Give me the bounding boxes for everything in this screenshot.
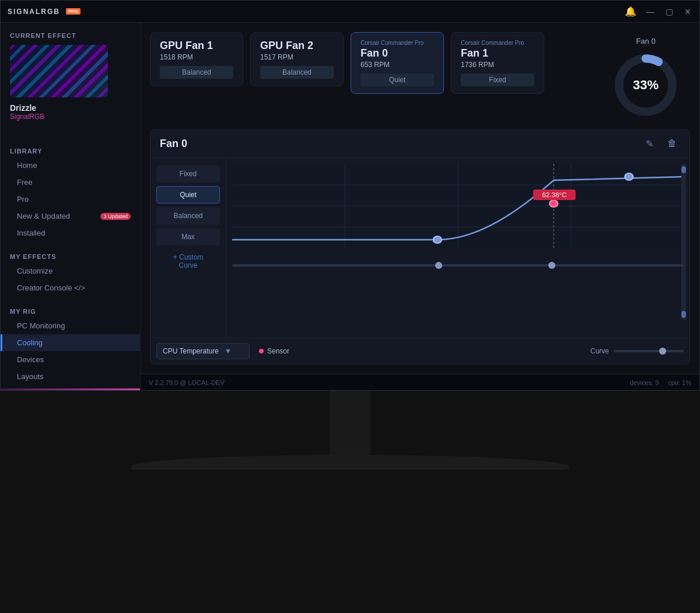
fan-card-fan-0-mode: Quiet [360,73,434,86]
fan-card-fan-0[interactable]: Corsair Commander Pro Fan 0 653 RPM Quie… [351,32,444,94]
sidebar-item-installed-label: Installed [17,229,45,237]
svg-text:62.38°C: 62.38°C [542,192,567,198]
fan-card-gpu-fan-1-mode: Balanced [160,66,233,79]
fan-card-gpu-fan-2-mode: Balanced [260,66,334,79]
donut-center-percent: 33% [611,50,681,120]
fan-detail-delete-button[interactable]: 🗑 [664,137,680,150]
notification-icon[interactable]: 🔔 [625,6,636,17]
fan-card-gpu-fan-1-name: GPU Fan 1 [160,40,233,52]
sidebar-item-installed[interactable]: Installed [1,225,140,241]
app-logo: SIGNALRGB PRO [8,8,80,16]
sensor-dropdown-value: CPU Temperature [163,347,219,355]
sensor-dropdown[interactable]: CPU Temperature ▼ [156,343,250,359]
sidebar-library-section: Library Home Free Pro New & Updated 3 Up… [1,139,140,245]
maximize-button[interactable]: ▢ [664,7,674,16]
sidebar-item-home[interactable]: Home [1,157,140,174]
svg-point-10 [433,236,442,243]
preset-custom-curve-button[interactable]: + Custom Curve [156,249,220,274]
current-effect-label: Current Effect [10,32,131,39]
status-devices: devices: 9 [630,379,659,386]
monitor-base [131,455,569,470]
fan-card-fan-0-rpm: 653 RPM [360,61,434,69]
sidebar-item-devices[interactable]: Devices [1,351,140,368]
sidebar-item-creator-console-label: Creator Console </> [17,283,85,292]
sidebar-item-layouts-label: Layouts [17,372,44,381]
fan-card-gpu-fan-1[interactable]: GPU Fan 1 1518 RPM Balanced [150,32,243,86]
preset-max-button[interactable]: Max [156,228,220,246]
sidebar-item-free[interactable]: Free [1,174,140,191]
svg-point-12 [625,173,633,180]
sidebar: Current Effect Drizzle SignalRGB Library… [1,23,141,390]
effect-thumbnail[interactable] [10,45,108,97]
fan-detail-edit-button[interactable]: ✎ [642,137,657,150]
fan-card-gpu-fan-2[interactable]: GPU Fan 2 1517 RPM Balanced [250,32,344,86]
right-panel: GPU Fan 1 1518 RPM Balanced GPU Fan 2 15… [141,23,699,390]
app-pro-badge: PRO [66,8,80,15]
sidebar-item-pc-monitoring[interactable]: PC Monitoring [1,317,140,334]
fan-card-fan-1-rpm: 1736 RPM [461,61,534,69]
fan-donut-label: Fan 0 [636,37,655,45]
sidebar-item-pro[interactable]: Pro [1,191,140,208]
minimize-button[interactable]: — [646,7,655,16]
sidebar-item-free-label: Free [17,178,33,187]
sidebar-item-pro-label: Pro [17,195,29,204]
sidebar-item-customize[interactable]: Customize [1,262,140,279]
fan-card-gpu-fan-2-name: GPU Fan 2 [260,40,334,52]
dropdown-arrow-icon: ▼ [225,347,232,355]
preset-quiet-button[interactable]: Quiet [156,186,220,204]
curve-slider-thumb[interactable] [659,348,666,355]
current-effect-section: Current Effect Drizzle SignalRGB [1,23,140,130]
sidebar-item-layouts[interactable]: Layouts [1,368,140,385]
fan-detail-title: Fan 0 [160,138,187,150]
chart-area: 62.38°C [226,158,690,338]
range-slider-thumb-right[interactable] [548,262,555,269]
monitor-stand-area [0,391,700,613]
new-updated-badge: 3 Updated [100,213,131,220]
sensor-text: Sensor [267,347,289,355]
sensor-dot [259,349,264,353]
fan-cards-area: GPU Fan 1 1518 RPM Balanced GPU Fan 2 15… [141,23,699,129]
chart-range-slider-area [232,262,684,269]
effect-thumbnail-stripes [10,45,108,97]
chart-scrollbar-thumb-top[interactable] [681,166,686,173]
sidebar-item-pc-monitoring-label: PC Monitoring [17,321,65,330]
fan-card-fan-1[interactable]: Corsair Commander Pro Fan 1 1736 RPM Fix… [451,32,544,94]
effect-name: Drizzle [10,103,131,113]
sidebar-item-creator-console[interactable]: Creator Console </> [1,279,140,296]
fan-card-fan-1-mode: Fixed [461,73,534,86]
sidebar-item-new-updated-label: New & Updated [17,212,70,220]
curve-label-area: Curve [590,347,684,355]
status-version: V 2.2.79.0 @ LOCAL-DEV [149,379,225,386]
status-bar: V 2.2.79.0 @ LOCAL-DEV devices: 9 cpu: 1… [141,374,699,390]
sidebar-item-new-updated[interactable]: New & Updated 3 Updated [1,208,140,225]
close-button[interactable]: ✕ [683,7,692,16]
sidebar-item-customize-label: Customize [17,267,52,275]
fan-card-fan-1-name: Fan 1 [461,47,534,59]
sidebar-item-cooling[interactable]: Cooling [1,334,140,351]
preset-balanced-button[interactable]: Balanced [156,207,220,225]
sidebar-my-rig-section: My Rig PC Monitoring Cooling Devices Lay… [1,300,140,388]
chart-range-slider[interactable] [232,264,684,267]
status-cpu: cpu: 1% [668,379,691,386]
monitor-neck [330,391,370,455]
title-bar-controls: 🔔 — ▢ ✕ [625,6,692,17]
fan-card-fan-1-manufacturer: Corsair Commander Pro [461,40,534,46]
fan-detail-panel: Fan 0 ✎ 🗑 Fixed Quiet Balanced Max + Cus… [150,129,690,365]
sidebar-my-effects-section: My Effects Customize Creator Console </> [1,245,140,300]
fan-card-fan-0-manufacturer: Corsair Commander Pro [360,40,434,46]
sensor-controls: CPU Temperature ▼ Sensor Curve [150,338,690,364]
fan-donut-area: Fan 0 33% [601,32,690,125]
chart-scrollbar-thumb-bottom[interactable] [681,311,686,318]
app-window: SIGNALRGB PRO 🔔 — ▢ ✕ Current Effect Dri… [0,0,700,391]
curve-slider[interactable] [614,350,684,352]
preset-fixed-button[interactable]: Fixed [156,165,220,183]
sidebar-item-home-label: Home [17,161,37,170]
fan-card-gpu-fan-1-rpm: 1518 RPM [160,53,233,61]
fan-curve-chart: 62.38°C [232,164,684,257]
chart-scrollbar[interactable] [681,164,686,320]
status-bar-right: devices: 9 cpu: 1% [630,379,691,386]
sidebar-item-cooling-label: Cooling [17,338,43,347]
preset-panel: Fixed Quiet Balanced Max + Custom Curve [150,158,226,338]
range-slider-thumb-left[interactable] [435,262,442,269]
user-profile[interactable]: Chuck Norris PRO norris@birdsarontreal.c… [1,388,140,390]
